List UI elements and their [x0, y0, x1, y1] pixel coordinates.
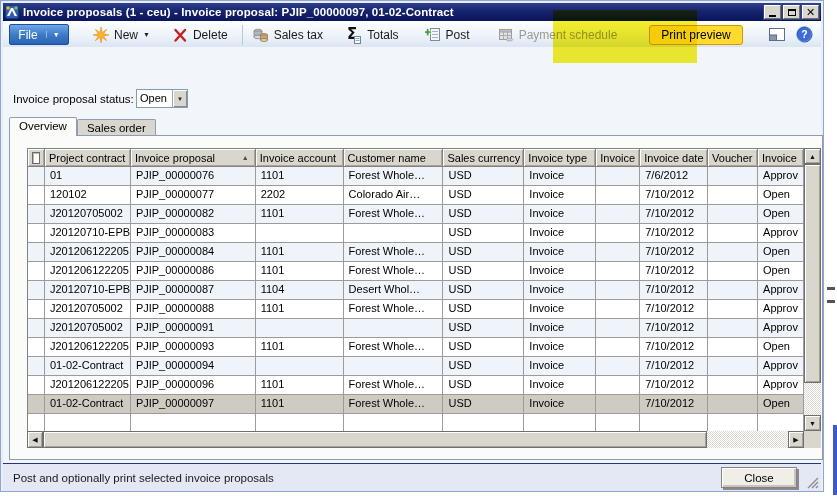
column-header-invoice-account[interactable]: Invoice account	[256, 149, 344, 167]
cell[interactable]	[596, 376, 640, 395]
cell[interactable]: Invoice	[524, 281, 596, 300]
cell[interactable]	[596, 167, 640, 186]
cell[interactable]: Invoice	[524, 319, 596, 338]
row-selector[interactable]	[28, 224, 45, 243]
cell[interactable]	[596, 224, 640, 243]
cell[interactable]: 1101	[256, 167, 344, 186]
cell[interactable]: PJIP_00000097	[131, 395, 256, 414]
cell[interactable]: USD	[443, 338, 524, 357]
cell[interactable]: 7/10/2012	[640, 300, 708, 319]
window-titlebar[interactable]: Invoice proposals (1 - ceu) - Invoice pr…	[3, 3, 821, 21]
cell[interactable]: Open	[758, 338, 804, 357]
cell[interactable]: 7/10/2012	[640, 224, 708, 243]
cell[interactable]: 7/10/2012	[640, 319, 708, 338]
table-row[interactable]: J20120705002PJIP_000000821101Forest Whol…	[28, 205, 804, 224]
cell[interactable]: 7/10/2012	[640, 357, 708, 376]
row-selector[interactable]	[28, 319, 45, 338]
cell[interactable]	[596, 319, 640, 338]
cell[interactable]	[708, 319, 758, 338]
cell[interactable]: USD	[443, 186, 524, 205]
table-row[interactable]: J20120705002PJIP_000000881101Forest Whol…	[28, 300, 804, 319]
cell[interactable]	[596, 205, 640, 224]
cell[interactable]	[708, 167, 758, 186]
post-button[interactable]: Post	[421, 24, 474, 46]
cell[interactable]: J20120705002	[45, 319, 131, 338]
cell[interactable]	[256, 224, 344, 243]
sales-tax-button[interactable]: Sales tax	[249, 24, 327, 46]
scroll-left-icon[interactable]: ◀	[27, 431, 43, 448]
cell[interactable]: USD	[443, 205, 524, 224]
cell[interactable]: Open	[758, 205, 804, 224]
scrollbar-thumb[interactable]	[43, 431, 707, 448]
scroll-up-icon[interactable]: ▲	[804, 148, 821, 164]
cell[interactable]: Approv	[758, 357, 804, 376]
cell[interactable]	[708, 338, 758, 357]
cell[interactable]: USD	[443, 357, 524, 376]
table-row[interactable]: J20120710-EPBPJIP_000000871104Desert Who…	[28, 281, 804, 300]
tab-overview[interactable]: Overview	[9, 117, 77, 136]
row-selector[interactable]	[28, 186, 45, 205]
cell[interactable]: Invoice	[524, 395, 596, 414]
cell[interactable]: Invoice	[524, 167, 596, 186]
cell[interactable]: PJIP_00000082	[131, 205, 256, 224]
table-row[interactable]: J20120705002PJIP_00000091USDInvoice7/10/…	[28, 319, 804, 338]
cell[interactable]: Forest Whole…	[344, 338, 444, 357]
cell[interactable]	[344, 224, 444, 243]
cell[interactable]	[708, 300, 758, 319]
row-selector[interactable]	[28, 167, 45, 186]
cell[interactable]	[256, 357, 344, 376]
cell[interactable]	[596, 357, 640, 376]
table-row[interactable]: 120102PJIP_000000772202Colorado Air…USDI…	[28, 186, 804, 205]
cell[interactable]: 1101	[256, 338, 344, 357]
cell[interactable]: J20120710-EPB	[45, 281, 131, 300]
cell[interactable]	[596, 262, 640, 281]
cell[interactable]: USD	[443, 319, 524, 338]
cell[interactable]	[596, 338, 640, 357]
column-header-invoice[interactable]: Invoice	[758, 149, 804, 167]
cell[interactable]: Invoice	[524, 186, 596, 205]
cell[interactable]: J20120705002	[45, 205, 131, 224]
cell[interactable]: Invoice	[524, 338, 596, 357]
cell[interactable]: PJIP_00000084	[131, 243, 256, 262]
column-header-sales-currency[interactable]: Sales currency	[443, 149, 524, 167]
cell[interactable]: 1101	[256, 262, 344, 281]
cell[interactable]: 7/10/2012	[640, 205, 708, 224]
totals-button[interactable]: Σ Totals	[343, 24, 403, 46]
scroll-right-icon[interactable]: ▶	[788, 431, 804, 448]
cell[interactable]	[256, 319, 344, 338]
cell[interactable]: 1101	[256, 376, 344, 395]
cell[interactable]: Open	[758, 186, 804, 205]
cell[interactable]: J20120705002	[45, 300, 131, 319]
invoice-proposal-status-combobox[interactable]: Open ▼	[136, 89, 188, 108]
row-selector[interactable]	[28, 357, 45, 376]
table-row[interactable]: J201206122205PJIP_000000961101Forest Who…	[28, 376, 804, 395]
cell[interactable]: PJIP_00000076	[131, 167, 256, 186]
cell[interactable]: 1101	[256, 395, 344, 414]
cell[interactable]: J201206122205	[45, 262, 131, 281]
chevron-down-icon[interactable]: ▼	[172, 90, 187, 107]
row-selector[interactable]	[28, 395, 45, 414]
file-menu-button[interactable]: File▼	[9, 24, 69, 45]
cell[interactable]: 7/10/2012	[640, 262, 708, 281]
row-selector[interactable]	[28, 205, 45, 224]
column-header-invoice-type[interactable]: Invoice type	[524, 149, 596, 167]
cell[interactable]	[708, 395, 758, 414]
delete-button[interactable]: Delete	[168, 24, 232, 46]
cell[interactable]: 1101	[256, 300, 344, 319]
cell[interactable]	[596, 300, 640, 319]
cell[interactable]	[596, 395, 640, 414]
cell[interactable]	[344, 319, 444, 338]
table-row[interactable]: J201206122205PJIP_000000861101Forest Who…	[28, 262, 804, 281]
maximize-button[interactable]	[783, 5, 800, 19]
cell[interactable]: Forest Whole…	[344, 395, 444, 414]
scrollbar-thumb[interactable]	[804, 164, 821, 383]
cell[interactable]: PJIP_00000094	[131, 357, 256, 376]
close-window-button[interactable]: ✕	[802, 5, 819, 19]
cell[interactable]: 1101	[256, 205, 344, 224]
cell[interactable]: 7/10/2012	[640, 395, 708, 414]
table-row[interactable]: 01PJIP_000000761101Forest Whole…USDInvoi…	[28, 167, 804, 186]
cell[interactable]: 7/10/2012	[640, 186, 708, 205]
cell[interactable]: 7/10/2012	[640, 376, 708, 395]
column-header-project-contract[interactable]: Project contract	[45, 149, 131, 167]
cell[interactable]	[708, 281, 758, 300]
